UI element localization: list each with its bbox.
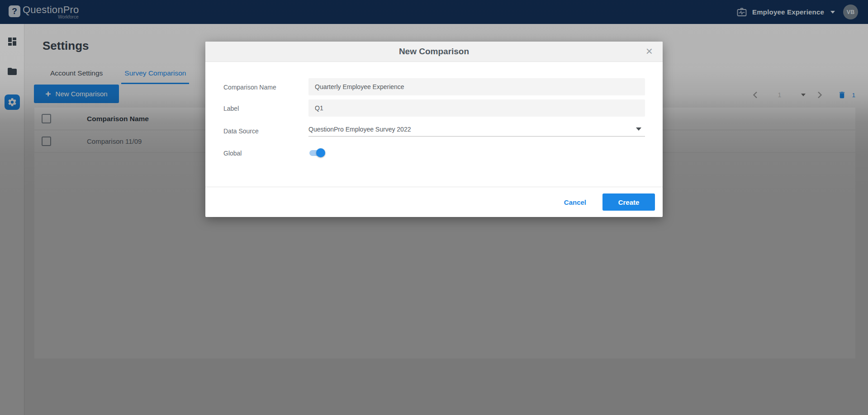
comparison-name-label: Comparison Name	[223, 84, 276, 91]
data-source-select[interactable]: QuestionPro Employee Survey 2022	[308, 122, 645, 137]
modal-title: New Comparison	[399, 47, 469, 57]
app-window: ? QuestionPro Workforce Employee Experie…	[0, 0, 868, 415]
modal-footer: Cancel Create	[205, 187, 663, 217]
comparison-name-input[interactable]	[308, 78, 645, 95]
data-source-value: QuestionPro Employee Survey 2022	[308, 126, 411, 133]
select-caret-icon	[636, 127, 641, 131]
cancel-button[interactable]: Cancel	[564, 198, 586, 206]
toggle-thumb	[316, 148, 325, 157]
global-toggle[interactable]	[309, 150, 325, 156]
label-input[interactable]	[308, 99, 645, 117]
new-comparison-modal: New Comparison × Comparison Name Label D…	[205, 42, 663, 217]
modal-header: New Comparison ×	[205, 42, 663, 62]
label-label: Label	[223, 105, 239, 112]
global-label: Global	[223, 150, 242, 157]
create-button[interactable]: Create	[602, 193, 655, 211]
data-source-label: Data Source	[223, 127, 259, 135]
modal-body: Comparison Name Label Data Source Questi…	[205, 62, 663, 187]
close-icon[interactable]: ×	[646, 45, 653, 57]
